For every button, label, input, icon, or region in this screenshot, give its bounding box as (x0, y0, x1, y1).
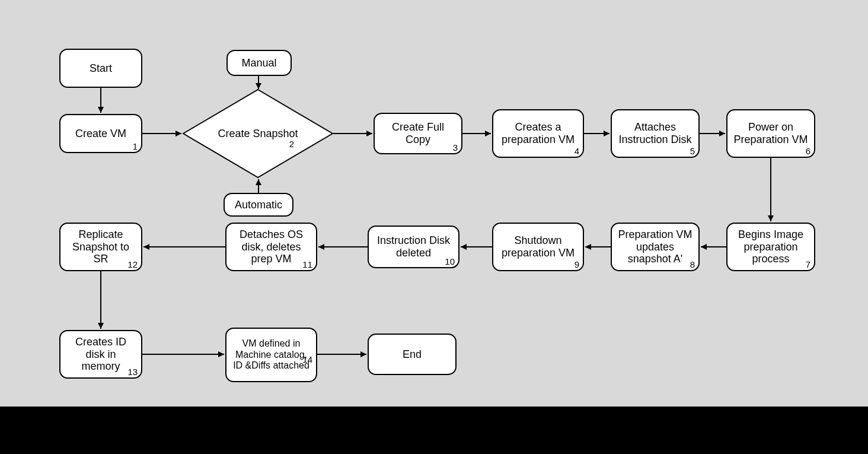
node-detaches-os-disk: Detaches OS disk, deletes prep VM 11 (225, 223, 317, 271)
node-label: End (403, 348, 422, 361)
node-preparation-vm-updates-snapshot: Preparation VM updates snapshot A' 8 (611, 223, 700, 271)
node-number: 13 (127, 367, 138, 377)
node-label: Create Full Copy (379, 121, 457, 145)
node-number: 1 (133, 141, 138, 151)
node-label: Power on Preparation VM (732, 121, 809, 145)
node-vm-defined-in-catalog: VM defined in Machine catalog, ID &Diffs… (225, 328, 317, 382)
node-end: End (368, 334, 457, 375)
node-number: 4 (575, 146, 579, 156)
node-label: Automatic (235, 199, 282, 211)
node-number: 9 (575, 259, 579, 269)
node-number: 10 (445, 256, 455, 266)
node-number: 5 (690, 146, 695, 156)
node-create-snapshot: Create Snapshot 2 (183, 89, 333, 178)
node-label: Creates ID disk in memory (65, 336, 136, 373)
node-create-vm: Create VM 1 (59, 114, 142, 153)
node-creates-preparation-vm: Creates a preparation VM 4 (492, 109, 584, 158)
node-shutdown-preparation-vm: Shutdown preparation VM 9 (492, 223, 584, 271)
node-label: Create VM (75, 128, 126, 140)
node-power-on-preparation-vm: Power on Preparation VM 6 (726, 109, 815, 158)
node-label: Detaches OS disk, deletes prep VM (231, 228, 311, 265)
node-start: Start (59, 49, 142, 88)
node-instruction-disk-deleted: Instruction Disk deleted 10 (368, 226, 459, 268)
node-begins-image-preparation: Begins Image preparation process 7 (726, 223, 815, 271)
flowchart: Start Manual Create VM 1 Create Snapshot… (0, 0, 868, 407)
node-manual: Manual (226, 50, 292, 76)
node-label: Instruction Disk deleted (374, 234, 454, 259)
node-label: Attaches Instruction Disk (617, 121, 694, 145)
node-label: Preparation VM updates snapshot A' (617, 228, 694, 265)
node-number: 7 (806, 259, 810, 269)
node-label: Begins Image preparation process (732, 228, 809, 265)
node-label: Creates a preparation VM (498, 121, 578, 145)
node-attaches-instruction-disk: Attaches Instruction Disk 5 (611, 109, 700, 158)
node-number: 8 (690, 259, 695, 269)
node-number: 3 (453, 142, 458, 153)
node-creates-id-disk: Creates ID disk in memory 13 (59, 330, 142, 379)
node-label: Shutdown preparation VM (498, 234, 578, 259)
node-label: Manual (241, 57, 276, 69)
node-automatic: Automatic (224, 193, 293, 217)
node-create-full-copy: Create Full Copy 3 (374, 113, 462, 154)
node-label: Replicate Snapshot to SR (65, 228, 136, 265)
node-number: 14 (302, 354, 312, 364)
node-number: 2 (289, 139, 294, 149)
node-number: 6 (806, 146, 810, 156)
node-label: Create Snapshot (218, 128, 298, 140)
node-number: 12 (127, 259, 138, 269)
node-replicate-snapshot-to-sr: Replicate Snapshot to SR 12 (59, 223, 142, 271)
node-label: Start (90, 62, 112, 75)
node-label: VM defined in Machine catalog, ID &Diffs… (231, 338, 311, 371)
node-number: 11 (302, 259, 312, 269)
